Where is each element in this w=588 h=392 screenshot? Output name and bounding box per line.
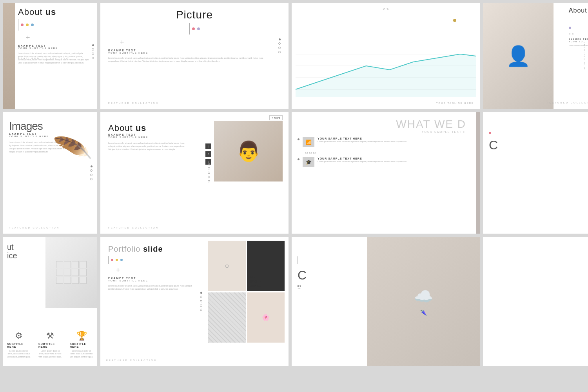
wifi-icon: 📶 <box>306 140 312 145</box>
dot-pink <box>111 259 113 261</box>
icon-sublabel-3: Lorem ipsum dolor sit amet, lacus vulha … <box>70 350 93 359</box>
svg-marker-4 <box>296 54 476 97</box>
nav-dot-2 <box>309 152 312 154</box>
arrow-right[interactable]: > <box>572 32 574 36</box>
nav-dot-2 <box>200 300 202 303</box>
dots-row <box>111 259 123 261</box>
right-bar <box>476 112 480 234</box>
twitter-icon: t <box>205 143 211 149</box>
nav-dot-3 <box>200 305 202 307</box>
featured-label: FEATURED COLLECTION <box>547 98 588 105</box>
wifi-icon-box: 📶 <box>303 137 314 147</box>
dot-pink <box>192 27 195 30</box>
cloud-icon: ☁️ <box>414 287 433 306</box>
lorem-text: Lorem ipsum dolor sit amet consectetur..… <box>569 44 588 47</box>
service-2-text: YOUR SAMPLE TEXT HERE Lorem ipsum dolor … <box>318 157 474 163</box>
nav-dot-3 <box>278 51 281 53</box>
slide-left-image: TOP SELLING <box>3 3 15 109</box>
more-button[interactable]: < More <box>269 115 283 120</box>
photo-cell-4: 🌸 <box>247 292 285 343</box>
nav-dot-3 <box>208 176 210 178</box>
nav-bullet <box>208 163 210 165</box>
photo-placeholder-1: ○ <box>208 241 246 291</box>
cube-cell <box>72 277 79 284</box>
arrow-left[interactable]: < <box>383 7 385 11</box>
nav-dot-1 <box>278 42 281 45</box>
nav-dot-4 <box>200 309 202 311</box>
dots-row <box>192 27 200 30</box>
slide-right-content: About Pi < > EXAMPE TEXT YOUR SU... Lore… <box>569 7 588 47</box>
cloud-photo-area: ☁️ 🌂 <box>367 237 480 366</box>
slide-content: WHAT WE D YOUR SAMPLE TEXT H 📶 YOUR SAMP… <box>292 112 480 234</box>
dot-blue <box>120 259 123 261</box>
trophy-icon: 🏆 <box>76 331 87 341</box>
service-1-text: YOUR SAMPLE TEXT HERE Lorem ipsum dolor … <box>318 137 474 143</box>
lorem-text: Lorem ipsum dolor sit amet, lacus vulha … <box>108 142 187 151</box>
cube-cell <box>64 261 71 268</box>
graduation-icon-box: 🎓 <box>303 157 314 167</box>
slide-title: Picture <box>176 9 213 21</box>
nav-dot-3 <box>90 178 93 180</box>
nav-dot-1 <box>90 169 93 172</box>
plus-decoration: + <box>116 266 120 274</box>
icon-item-1: ⚙ SUBTITLE HERE Lorem ipsum dolor sit am… <box>7 331 31 359</box>
person-silhouette: 👨 <box>214 121 283 181</box>
subtitle-label: YOUR SU... <box>569 40 588 43</box>
cube-cell <box>80 269 87 276</box>
nav-bullet <box>200 292 202 294</box>
person-image <box>3 3 15 109</box>
bottom-icons-row: ⚙ SUBTITLE HERE Lorem ipsum dolor sit am… <box>7 331 93 359</box>
facebook-icon: f <box>205 151 211 157</box>
slide-chart: < > YOUR TAGLINE HERE <box>292 3 480 109</box>
dots-row <box>21 24 34 26</box>
dot-lavender <box>197 27 200 30</box>
person-photo: 👨 <box>214 121 283 181</box>
social-icons-list: t f i <box>205 143 211 165</box>
slide-cloud: ☁️ 🌂 C EX YO <box>292 237 480 366</box>
arrow-right[interactable]: > <box>387 7 389 11</box>
vertical-divider <box>298 256 298 264</box>
photo-cell-3 <box>208 292 246 343</box>
nav-dot-1 <box>200 296 202 298</box>
slide-content: Picture + EXAMPE TEXT YOUR SUBTITLE HERE <box>100 3 289 109</box>
icon-sublabel-1: Lorem ipsum dolor sit amet, lacus vulha … <box>7 350 31 359</box>
example-label: EXAMPE TEXT <box>108 49 274 52</box>
icon-sublabel-2: Lorem ipsum dolor sit amet, lacus vulha … <box>38 350 62 359</box>
vertical-divider <box>189 23 190 34</box>
nav-dot-2 <box>92 53 94 55</box>
lorem-text: Lorem ipsum dolor sit amet, lacus vulha … <box>108 284 194 290</box>
cube-cell <box>80 261 87 268</box>
slide-content <box>483 237 588 366</box>
nav-dot-2 <box>208 172 210 174</box>
slide-nav <box>208 163 210 183</box>
nav-dot-3 <box>313 152 316 154</box>
slide-content: About us + EXAMPE TEXT YOUR SUBTITLE HER… <box>18 7 94 64</box>
cloud-content: ☁️ 🌂 <box>367 237 480 366</box>
service-bullet <box>298 158 299 160</box>
plus-decoration: + <box>26 34 30 42</box>
nav-bullet <box>279 38 281 40</box>
chart-svg <box>296 46 476 97</box>
nav-dot-3 <box>92 57 94 59</box>
vertical-divider <box>489 118 489 128</box>
person-photo: 👤 <box>483 3 554 109</box>
featured-label: FEATURED COLLECTION <box>108 102 159 104</box>
nav-dot-4 <box>208 180 210 183</box>
slide-nav <box>90 165 93 180</box>
slide-partial-right: C <box>483 112 588 234</box>
cube-cell <box>80 277 87 284</box>
arrow-left[interactable]: < <box>569 32 571 36</box>
nav-bullet <box>92 44 94 46</box>
cube-cell <box>64 277 71 284</box>
what-we-do-title: WHAT WE D <box>298 118 466 131</box>
vertical-divider <box>569 16 569 24</box>
icon-item-3: 🏆 SUBTITLE HERE Lorem ipsum dolor sit am… <box>70 331 93 359</box>
more-button-area: < More <box>269 115 283 120</box>
partial-title-area: ut ice <box>7 243 17 260</box>
plus-decoration: + <box>120 38 124 46</box>
vertical-divider <box>108 256 109 264</box>
gold-dot-decoration <box>453 19 456 22</box>
slides-grid: TOP SELLING About us + EXAMPE TEXT Y <box>0 0 588 369</box>
slide-picture: Picture + EXAMPE TEXT YOUR SUBTITLE HERE <box>100 3 289 109</box>
slide-about-us-2: < More 👨 t f i About us EXAMPE TEXT YOUR… <box>100 112 289 234</box>
